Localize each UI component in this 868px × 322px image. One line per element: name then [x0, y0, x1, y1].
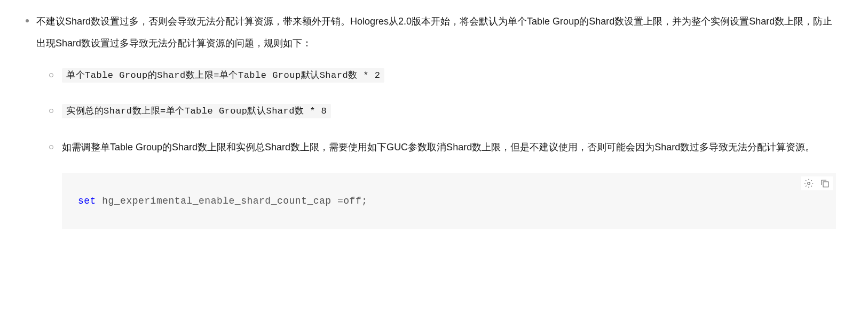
sub-bullet-item-1: 单个Table Group的Shard数上限=单个Table Group默认Sh… — [47, 65, 836, 86]
svg-rect-1 — [823, 182, 828, 187]
sub-bullet-3-text: 如需调整单Table Group的Shard数上限和实例总Shard数上限，需要… — [62, 142, 815, 152]
code-keyword: set — [78, 196, 96, 206]
settings-icon[interactable] — [804, 179, 814, 188]
code-block-container: set hg_experimental_enable_shard_count_c… — [62, 173, 836, 229]
sub-bullet-item-3: 如需调整单Table Group的Shard数上限和实例总Shard数上限，需要… — [47, 136, 836, 229]
inline-code-rule-2: 实例总的Shard数上限=单个Table Group默认Shard数 * 8 — [62, 104, 331, 118]
inline-code-rule-1: 单个Table Group的Shard数上限=单个Table Group默认Sh… — [62, 68, 384, 83]
main-bullet-item: 不建议Shard数设置过多，否则会导致无法分配计算资源，带来额外开销。Holog… — [21, 11, 836, 229]
svg-point-0 — [808, 182, 810, 185]
code-block: set hg_experimental_enable_shard_count_c… — [62, 173, 836, 229]
code-rest: hg_experimental_enable_shard_count_cap =… — [96, 196, 368, 206]
main-bullet-text: 不建议Shard数设置过多，否则会导致无法分配计算资源，带来额外开销。Holog… — [36, 16, 832, 49]
inner-bullet-list: 单个Table Group的Shard数上限=单个Table Group默认Sh… — [36, 65, 836, 229]
sub-bullet-item-2: 实例总的Shard数上限=单个Table Group默认Shard数 * 8 — [47, 100, 836, 122]
outer-bullet-list: 不建议Shard数设置过多，否则会导致无法分配计算资源，带来额外开销。Holog… — [21, 11, 836, 229]
code-toolbar — [801, 176, 833, 190]
copy-icon[interactable] — [820, 179, 830, 188]
